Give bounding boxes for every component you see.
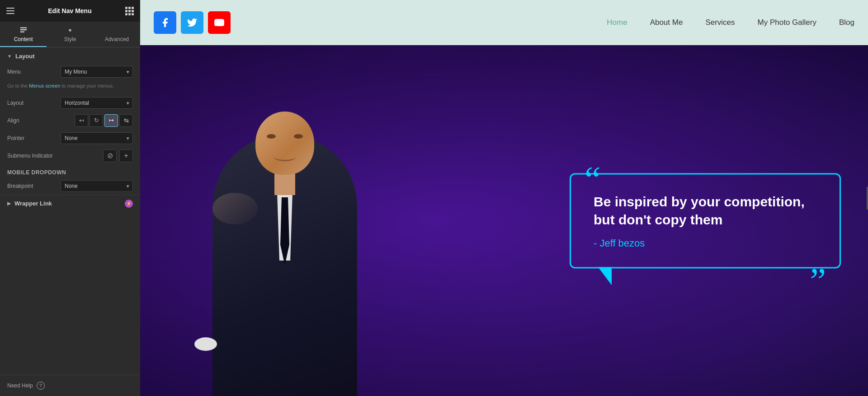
svg-point-3 (69, 29, 71, 31)
layout-select-wrapper: Horizontal Vertical (61, 97, 133, 109)
hero-quote-area: “ Be inspired by your competition, but d… (570, 173, 841, 268)
submenu-indicator-buttons: ⊘ + (103, 149, 133, 162)
left-cuff (194, 337, 217, 351)
nav-item-home[interactable]: Home (607, 18, 627, 27)
tab-content[interactable]: Content (0, 22, 47, 47)
breakpoint-select-wrapper: None Mobile Tablet (61, 180, 133, 192)
social-icons-group (154, 11, 231, 34)
need-help-text: Need Help (7, 382, 33, 389)
tab-content-label: Content (14, 36, 33, 42)
wrapper-link-chevron-icon: ▶ (7, 201, 11, 206)
wrapper-link-section-header[interactable]: ▶ Wrapper Link ⚡ (0, 195, 140, 212)
svg-rect-2 (20, 32, 24, 33)
align-justify-button[interactable]: ↹ (119, 114, 133, 127)
panel-footer: Need Help ? (0, 375, 140, 396)
wrapper-link-label: Wrapper Link (14, 200, 52, 207)
nav-item-services[interactable]: Services (705, 18, 735, 27)
hero-content: “ Be inspired by your competition, but d… (140, 45, 868, 396)
open-quote-mark: “ (585, 161, 601, 197)
menus-screen-link[interactable]: Menus screen (29, 83, 60, 89)
wrapper-link-icon: ⚡ (125, 200, 133, 208)
tab-style-label: Style (64, 36, 76, 42)
menu-help-text: Go to the Menus screen to manage your me… (0, 80, 140, 94)
nav-item-blog[interactable]: Blog (839, 18, 854, 27)
close-quote-mark: ” (810, 262, 826, 298)
nav-menu: Home About Me Services My Photo Gallery … (607, 18, 854, 27)
panel-tabs: Content Style Advanced (0, 22, 140, 47)
layout-section-header[interactable]: ▼ Layout (0, 47, 140, 63)
submenu-indicator-remove-button[interactable]: ⊘ (103, 149, 117, 162)
nav-item-gallery[interactable]: My Photo Gallery (758, 18, 816, 27)
nav-item-about[interactable]: About Me (650, 18, 683, 27)
panel-title: Edit Nav Menu (48, 7, 91, 14)
grid-apps-icon[interactable] (125, 7, 134, 15)
hero-person-figure (185, 45, 384, 396)
breakpoint-row: Breakpoint None Mobile Tablet (0, 177, 140, 195)
panel-header: Edit Nav Menu (0, 0, 140, 22)
menu-select-wrapper: My Menu Primary Menu (61, 66, 133, 78)
menu-label: Menu (7, 69, 43, 75)
menu-select[interactable]: My Menu Primary Menu (61, 66, 133, 78)
align-row: Align ↤ ↻ ↦ ↹ (0, 112, 140, 130)
tab-style[interactable]: Style (47, 22, 93, 47)
pointer-select-wrapper: None Underline Overline (61, 132, 133, 144)
svg-rect-0 (20, 28, 26, 28)
layout-section-label: Layout (15, 53, 35, 60)
align-center-button[interactable]: ↻ (90, 114, 103, 127)
twitter-icon-button[interactable] (181, 11, 203, 34)
submenu-indicator-row: Submenu Indicator ⊘ + (0, 147, 140, 165)
main-area: Home About Me Services My Photo Gallery … (140, 0, 868, 396)
help-icon[interactable]: ? (37, 382, 45, 390)
tab-advanced[interactable]: Advanced (94, 22, 140, 47)
layout-chevron-icon: ▼ (7, 54, 12, 59)
layout-label: Layout (7, 100, 43, 106)
layout-row: Layout Horizontal Vertical (0, 94, 140, 112)
hamburger-menu-icon[interactable] (6, 8, 14, 14)
facebook-icon-button[interactable] (154, 11, 176, 34)
breakpoint-label: Breakpoint (7, 183, 43, 189)
left-panel: Edit Nav Menu Content Style Advanced ▼ L… (0, 0, 140, 396)
align-right-button[interactable]: ↦ (104, 114, 118, 127)
quote-author: - Jeff bezos (594, 237, 817, 249)
hero-section: “ Be inspired by your competition, but d… (140, 45, 868, 396)
panel-content: ▼ Layout Menu My Menu Primary Menu Go to… (0, 47, 140, 375)
right-eye (294, 134, 303, 139)
submenu-indicator-label: Submenu Indicator (7, 153, 53, 159)
pointer-row: Pointer None Underline Overline (0, 130, 140, 147)
mobile-dropdown-section-label: Mobile Dropdown (0, 165, 140, 177)
tab-advanced-label: Advanced (105, 36, 129, 42)
head (255, 112, 314, 175)
mouth (274, 152, 296, 161)
pointer-label: Pointer (7, 135, 43, 141)
align-left-button[interactable]: ↤ (75, 114, 88, 127)
nav-bar: Home About Me Services My Photo Gallery … (140, 0, 868, 45)
layout-select[interactable]: Horizontal Vertical (61, 97, 133, 109)
quote-bubble: “ Be inspired by your competition, but d… (570, 173, 841, 268)
left-eye (267, 134, 276, 139)
breakpoint-select[interactable]: None Mobile Tablet (61, 180, 133, 192)
quote-text: Be inspired by your competition, but don… (594, 192, 817, 229)
menu-row: Menu My Menu Primary Menu (0, 63, 140, 80)
youtube-icon-button[interactable] (208, 11, 231, 34)
submenu-indicator-add-button[interactable]: + (119, 149, 133, 162)
align-buttons-group: ↤ ↻ ↦ ↹ (75, 114, 133, 127)
align-label: Align (7, 117, 43, 124)
shoulder-highlight (212, 193, 258, 224)
pointer-select[interactable]: None Underline Overline (61, 132, 133, 144)
svg-rect-1 (20, 29, 26, 30)
